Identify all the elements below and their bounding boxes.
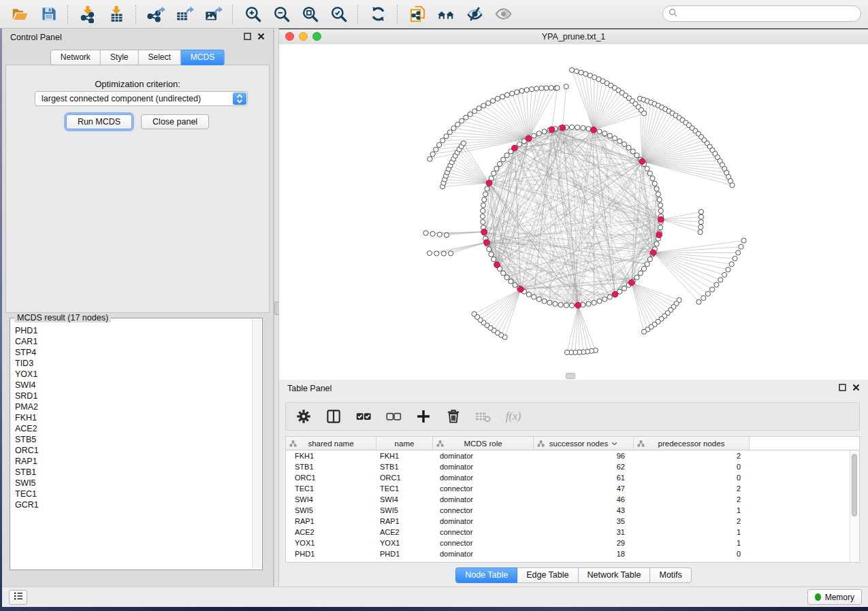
network-hub-node[interactable] — [483, 240, 489, 246]
column-header-successor-nodes[interactable]: successor nodes — [534, 437, 634, 450]
network-hub-node[interactable] — [560, 125, 566, 131]
network-node[interactable] — [597, 299, 602, 303]
network-node[interactable] — [638, 271, 643, 276]
network-hub-node[interactable] — [486, 180, 492, 186]
tab-select[interactable]: Select — [139, 50, 181, 65]
network-node[interactable] — [714, 282, 719, 287]
network-node[interactable] — [564, 303, 568, 308]
network-hub-node[interactable] — [639, 159, 645, 165]
network-node[interactable] — [658, 225, 662, 230]
network-node[interactable] — [555, 86, 560, 90]
mcds-result-item[interactable]: FKH1 — [15, 412, 250, 423]
network-hub-node[interactable] — [575, 302, 581, 308]
network-hub-node[interactable] — [512, 145, 518, 151]
network-node[interactable] — [532, 133, 536, 138]
task-history-button[interactable] — [9, 590, 27, 605]
network-node[interactable] — [468, 112, 472, 116]
network-node[interactable] — [510, 91, 515, 96]
network-node[interactable] — [501, 271, 506, 276]
add-column-icon[interactable] — [413, 406, 434, 427]
network-node[interactable] — [444, 134, 449, 139]
tab-motifs[interactable]: Motifs — [650, 567, 691, 583]
network-node[interactable] — [549, 86, 553, 90]
network-node[interactable] — [722, 272, 727, 277]
network-hub-node[interactable] — [494, 262, 500, 268]
export-image-icon[interactable] — [203, 4, 223, 24]
network-node[interactable] — [564, 350, 569, 354]
network-node[interactable] — [626, 146, 631, 150]
network-hub-node[interactable] — [656, 232, 662, 238]
network-node[interactable] — [607, 133, 612, 138]
network-node[interactable] — [480, 214, 485, 218]
table-row[interactable]: SWI5SWI5connector431 — [286, 505, 850, 516]
network-node[interactable] — [569, 303, 574, 308]
network-node[interactable] — [427, 251, 432, 256]
network-hub-node[interactable] — [650, 250, 656, 256]
network-node[interactable] — [658, 203, 662, 208]
network-node[interactable] — [515, 90, 519, 95]
memory-button[interactable]: Memory — [807, 589, 862, 605]
mcds-result-item[interactable]: STB5 — [15, 434, 250, 445]
network-node[interactable] — [739, 244, 743, 249]
mcds-result-item[interactable]: PHD1 — [15, 325, 250, 336]
float-panel-icon[interactable] — [839, 384, 846, 393]
network-node[interactable] — [481, 203, 485, 208]
network-node[interactable] — [434, 251, 439, 256]
hide-selected-icon[interactable] — [464, 4, 485, 24]
network-node[interactable] — [654, 186, 659, 191]
column-header-name[interactable]: name — [376, 437, 433, 450]
network-node[interactable] — [444, 233, 449, 237]
network-node[interactable] — [472, 312, 477, 316]
network-node[interactable] — [658, 208, 663, 213]
network-node[interactable] — [656, 192, 660, 197]
network-node[interactable] — [481, 103, 486, 108]
network-node[interactable] — [650, 176, 655, 181]
first-neighbors-icon[interactable] — [436, 4, 456, 24]
network-node[interactable] — [733, 256, 737, 261]
network-canvas[interactable] — [279, 44, 868, 380]
export-table-icon[interactable] — [174, 4, 195, 24]
zoom-in-icon[interactable] — [242, 4, 263, 24]
mcds-result-item[interactable]: PMA2 — [15, 401, 250, 412]
network-node[interactable] — [532, 295, 536, 299]
network-node[interactable] — [647, 257, 652, 262]
network-node[interactable] — [701, 295, 706, 300]
network-node[interactable] — [581, 125, 585, 130]
network-node[interactable] — [534, 86, 539, 91]
network-hub-node[interactable] — [612, 291, 618, 297]
network-node[interactable] — [526, 292, 531, 297]
network-node[interactable] — [504, 93, 509, 97]
network-node[interactable] — [487, 247, 492, 252]
network-node[interactable] — [641, 329, 646, 334]
mcds-result-item[interactable]: YOX1 — [15, 369, 250, 380]
network-node[interactable] — [489, 252, 494, 257]
network-node[interactable] — [547, 300, 552, 305]
network-node[interactable] — [542, 129, 547, 134]
network-node[interactable] — [519, 88, 524, 93]
network-node[interactable] — [602, 297, 607, 301]
network-hub-node[interactable] — [518, 286, 524, 293]
network-node[interactable] — [569, 125, 574, 129]
import-network-icon[interactable] — [78, 4, 98, 24]
network-node[interactable] — [581, 302, 585, 307]
network-node[interactable] — [495, 96, 500, 101]
network-node[interactable] — [472, 109, 477, 114]
network-node[interactable] — [736, 250, 741, 255]
network-node[interactable] — [592, 300, 596, 305]
network-node[interactable] — [652, 181, 657, 186]
network-node[interactable] — [698, 214, 703, 219]
network-node[interactable] — [451, 126, 456, 131]
open-file-icon[interactable] — [10, 4, 30, 24]
network-node[interactable] — [575, 125, 580, 130]
network-node[interactable] — [553, 301, 558, 306]
network-node[interactable] — [645, 262, 649, 267]
network-node[interactable] — [536, 131, 541, 136]
table-row[interactable]: RAP1RAP1dominator352 — [286, 516, 850, 527]
network-node[interactable] — [617, 139, 622, 144]
close-panel-button[interactable]: Close panel — [141, 114, 209, 129]
network-node[interactable] — [630, 149, 635, 154]
network-node[interactable] — [622, 142, 626, 146]
table-row[interactable]: YOX1YOX1connector291 — [286, 538, 850, 548]
table-scrollbar-thumb[interactable] — [852, 454, 857, 516]
network-node[interactable] — [705, 291, 710, 296]
